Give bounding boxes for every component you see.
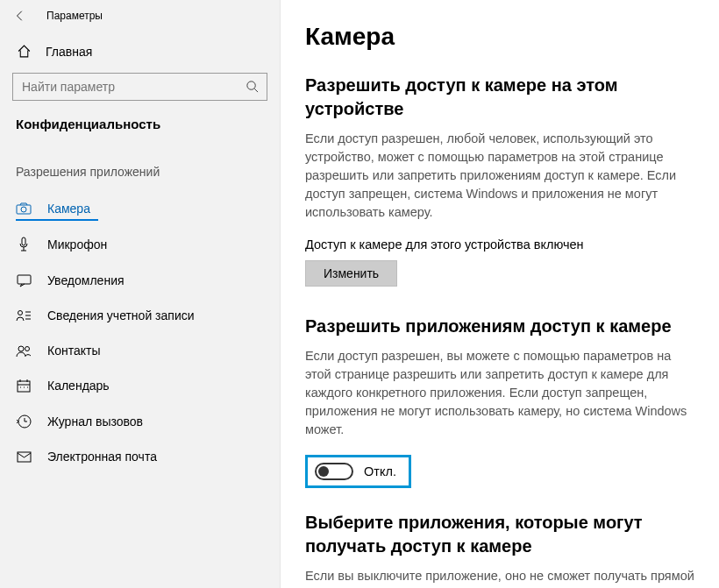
microphone-icon xyxy=(16,237,32,252)
window-title: Параметры xyxy=(46,10,103,22)
nav-item-camera[interactable]: Камера xyxy=(0,191,280,226)
nav-label: Календарь xyxy=(47,379,110,393)
app-access-toggle-highlight: Откл. xyxy=(305,455,411,488)
arrow-left-icon xyxy=(14,10,26,22)
search-box[interactable] xyxy=(12,73,267,101)
nav-label: Камера xyxy=(47,202,90,216)
nav-item-account[interactable]: Сведения учетной записи xyxy=(0,298,280,333)
home-icon xyxy=(16,44,32,59)
section3-heading: Выберите приложения, которые могут получ… xyxy=(305,511,694,558)
group-label: Разрешения приложений xyxy=(0,152,280,191)
section-title: Конфиденциальность xyxy=(0,117,280,152)
nav-label: Уведомления xyxy=(47,273,125,287)
toggle-label: Откл. xyxy=(364,464,396,478)
nav-item-microphone[interactable]: Микрофон xyxy=(0,226,280,263)
nav-item-email[interactable]: Электронная почта xyxy=(0,439,280,474)
svg-rect-4 xyxy=(18,275,31,284)
sidebar: Параметры Главная Конфиденциальность Раз… xyxy=(0,0,281,588)
svg-rect-8 xyxy=(18,381,30,392)
app-access-toggle[interactable] xyxy=(315,463,353,480)
device-access-status: Доступ к камере для этого устройства вкл… xyxy=(305,237,694,251)
nav-label: Микрофон xyxy=(47,237,107,251)
svg-point-6 xyxy=(18,346,24,351)
nav-item-contacts[interactable]: Контакты xyxy=(0,333,280,368)
svg-point-2 xyxy=(21,207,26,212)
section2-body: Если доступ разрешен, вы можете с помощь… xyxy=(305,347,694,439)
section1-heading: Разрешить доступ к камере на этом устрой… xyxy=(305,74,694,121)
history-icon xyxy=(16,414,32,429)
nav-label: Электронная почта xyxy=(47,450,157,464)
nav-label: Сведения учетной записи xyxy=(47,308,195,322)
section1-body: Если доступ разрешен, любой человек, исп… xyxy=(305,130,694,222)
search-icon xyxy=(246,80,260,94)
nav-list: Камера Микрофон Уведомления Сведения уче… xyxy=(0,191,280,474)
section3-body: Если вы выключите приложение, оно не смо… xyxy=(305,567,694,585)
change-button[interactable]: Изменить xyxy=(305,260,397,287)
back-button[interactable] xyxy=(13,9,27,23)
sidebar-home[interactable]: Главная xyxy=(0,35,280,67)
account-icon xyxy=(16,309,32,322)
nav-item-notifications[interactable]: Уведомления xyxy=(0,263,280,298)
section2-heading: Разрешить приложениям доступ к камере xyxy=(305,315,694,338)
sidebar-home-label: Главная xyxy=(46,45,92,59)
page-title: Камера xyxy=(305,23,694,51)
nav-item-calendar[interactable]: Календарь xyxy=(0,368,280,403)
calendar-icon xyxy=(16,379,32,393)
svg-point-5 xyxy=(18,311,23,315)
svg-point-7 xyxy=(25,346,30,351)
email-icon xyxy=(16,451,32,463)
toggle-knob xyxy=(318,466,329,477)
nav-label: Контакты xyxy=(47,344,100,358)
search-input[interactable] xyxy=(22,80,246,94)
nav-label: Журнал вызовов xyxy=(47,414,143,429)
contacts-icon xyxy=(16,344,32,358)
svg-rect-3 xyxy=(22,237,25,245)
notification-icon xyxy=(16,274,32,287)
svg-point-0 xyxy=(247,81,255,89)
camera-icon xyxy=(16,202,32,215)
nav-item-callhistory[interactable]: Журнал вызовов xyxy=(0,403,280,439)
content-pane: Камера Разрешить доступ к камере на этом… xyxy=(281,0,719,588)
